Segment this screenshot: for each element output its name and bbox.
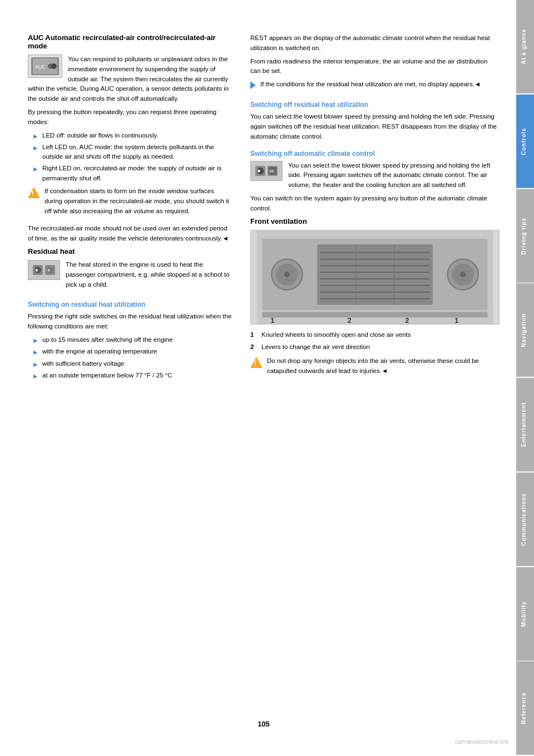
sidebar-tab-driving-tips[interactable]: Driving tips	[516, 189, 534, 283]
climate-icon-para: ✱ 96 You can select the lowest blower sp…	[250, 161, 500, 194]
heat-icon-square2: ❄	[45, 265, 55, 275]
sidebar-tab-controls[interactable]: Controls	[516, 95, 534, 188]
auc-icon: AUC	[28, 55, 62, 78]
switching-on-bullets: ▶ up to 15 minutes after switching off t…	[33, 335, 234, 380]
bullet-item-3: ▶ Right LED on, recirculated-air mode: t…	[33, 164, 234, 183]
subsection-switch-off-residual: Switching off residual heat utilization …	[250, 101, 500, 141]
switch-text-4: at an outside temperature below 77 °F / …	[42, 371, 172, 380]
switch-bullet-3: ▶ with sufficient battery voltage	[33, 359, 234, 369]
page-number: 105	[258, 720, 270, 728]
svg-point-3	[51, 63, 57, 69]
heat-icon-square1: ✱	[33, 265, 43, 275]
switch-arrow-1: ▶	[33, 336, 38, 345]
svg-rect-31	[262, 312, 487, 317]
svg-point-27	[284, 272, 290, 277]
sidebar-tab-mobility[interactable]: Mobility	[516, 567, 534, 661]
sidebar-tab-at-a-glance[interactable]: At a glance	[516, 0, 534, 94]
bullet-arrow-2: ▶	[33, 144, 38, 152]
numbered-item-1: 1 Knurled wheels to smoothly open and cl…	[250, 330, 500, 340]
bullet-item-2: ▶ Left LED on, AUC mode: the system dete…	[33, 143, 234, 162]
front-vent-warning-text: Do not drop any foreign objects into the…	[267, 356, 500, 376]
switch-arrow-3: ▶	[33, 360, 38, 369]
bullet-item-1: ▶ LED off: outside air flows in continuo…	[33, 131, 234, 140]
note-arrow-icon	[250, 81, 256, 89]
section-auc: AUC Automatic recirculated-air control/r…	[28, 33, 234, 244]
bullet-arrow-3: ▶	[33, 165, 38, 173]
switch-off-residual-text: You can select the lowest blower speed b…	[250, 112, 500, 141]
section-front-ventilation: Front ventilation	[250, 217, 500, 380]
left-column: AUC Automatic recirculated-air control/r…	[28, 33, 234, 714]
switch-text-3: with sufficient battery voltage	[42, 359, 124, 369]
item-text-1: Knurled wheels to smoothly open and clos…	[261, 330, 411, 340]
right-para2: From radio readiness the interior temper…	[250, 57, 500, 77]
section-residual-heat: Residual heat ✱	[28, 247, 234, 293]
note-box: If the conditions for the residual heat …	[250, 80, 500, 93]
front-vent-warning: Do not drop any foreign objects into the…	[250, 356, 500, 380]
svg-text:2: 2	[405, 316, 409, 324]
svg-text:✱: ✱	[257, 169, 261, 174]
note-text: If the conditions for the residual heat …	[260, 80, 481, 90]
bullet-text-3: Right LED on, recirculated-air mode: the…	[42, 164, 234, 183]
item-text-2: Levers to change the air vent direction	[261, 342, 370, 352]
svg-text:1: 1	[270, 316, 274, 324]
switching-on-intro: Pressing the right side switches on the …	[28, 312, 234, 332]
auc-icon-para: AUC You can respond to pollutants or unp…	[28, 55, 234, 107]
svg-text:AUC: AUC	[35, 64, 46, 70]
switch-bullet-2: ▶ with the engine at operating temperatu…	[33, 347, 234, 356]
auc-para2: By pressing the button repeatedly, you c…	[28, 107, 234, 127]
watermark: carmanualsonline.info	[455, 739, 509, 745]
heat-icon: ✱ ❄	[28, 260, 60, 280]
sidebar-tab-entertainment[interactable]: Entertainment	[516, 378, 534, 472]
right-para1: REST appears on the display of the autom…	[250, 33, 500, 53]
switching-on-title: Switching on residual heat utilization	[28, 301, 234, 308]
climate-intro-text: You can select the lowest blower speed b…	[250, 161, 500, 190]
subsection-switch-off-climate: Switching off automatic climate control …	[250, 150, 500, 214]
page-footer: 105	[28, 714, 500, 734]
svg-text:2: 2	[348, 316, 352, 324]
auc-para3: The recirculated-air mode should not be …	[28, 224, 234, 244]
switch-arrow-2: ▶	[33, 348, 38, 356]
numbered-item-2: 2 Levers to change the air vent directio…	[250, 342, 500, 352]
switch-bullet-4: ▶ at an outside temperature below 77 °F …	[33, 371, 234, 380]
right-column: REST appears on the display of the autom…	[250, 33, 500, 714]
switch-off-climate-title: Switching off automatic climate control	[250, 150, 500, 158]
switch-text-1: up to 15 minutes after switching off the…	[42, 335, 172, 345]
climate-icon: ✱ 96	[250, 161, 283, 181]
auc-warning-text: If condensation starts to form on the in…	[44, 186, 234, 216]
svg-text:1: 1	[454, 316, 458, 324]
climate-icon-sq2: 96	[268, 166, 278, 176]
front-vent-warning-icon	[250, 357, 263, 368]
auc-warning: If condensation starts to form on the in…	[28, 186, 234, 219]
auc-bullet-list: ▶ LED off: outside air flows in continuo…	[33, 131, 234, 183]
switch-bullet-1: ▶ up to 15 minutes after switching off t…	[33, 335, 234, 345]
subsection-switching-on: Switching on residual heat utilization P…	[28, 301, 234, 380]
switch-off-residual-title: Switching off residual heat utilization	[250, 101, 500, 109]
residual-heat-title: Residual heat	[28, 247, 234, 256]
svg-text:✱: ✱	[35, 268, 38, 272]
auc-title: AUC Automatic recirculated-air control/r…	[28, 33, 234, 50]
sidebar-tab-reference[interactable]: Reference	[516, 661, 534, 755]
numbered-items: 1 Knurled wheels to smoothly open and cl…	[250, 330, 500, 352]
item-num-1: 1	[250, 330, 257, 340]
right-sidebar: At a glance Controls Driving tips Naviga…	[516, 0, 534, 756]
item-num-2: 2	[250, 342, 257, 352]
residual-heat-icon-para: ✱ ❄ The heat stored in the engine is use…	[28, 260, 234, 293]
bullet-text-1: LED off: outside air flows in continuous…	[42, 131, 159, 140]
warning-triangle-icon	[28, 187, 40, 198]
switch-arrow-4: ▶	[33, 372, 38, 380]
auc-icon-inner: AUC	[31, 57, 59, 75]
front-vent-title: Front ventilation	[250, 217, 500, 225]
svg-point-30	[460, 272, 466, 277]
svg-text:❄: ❄	[47, 268, 51, 272]
sidebar-tab-communications[interactable]: Communications	[516, 473, 534, 566]
bullet-text-2: Left LED on, AUC mode: the system detect…	[42, 143, 234, 162]
bullet-arrow-1: ▶	[33, 132, 38, 140]
svg-text:96: 96	[269, 169, 274, 174]
front-vent-image: 1 2 2 1	[250, 230, 500, 325]
climate-icon-sq1: ✱	[255, 166, 265, 176]
sidebar-tab-navigation[interactable]: Navigation	[516, 283, 534, 377]
climate-para2: You can switch on the system again by pr…	[250, 194, 500, 214]
switch-text-2: with the engine at operating temperature	[42, 347, 157, 356]
svg-rect-14	[317, 244, 433, 305]
